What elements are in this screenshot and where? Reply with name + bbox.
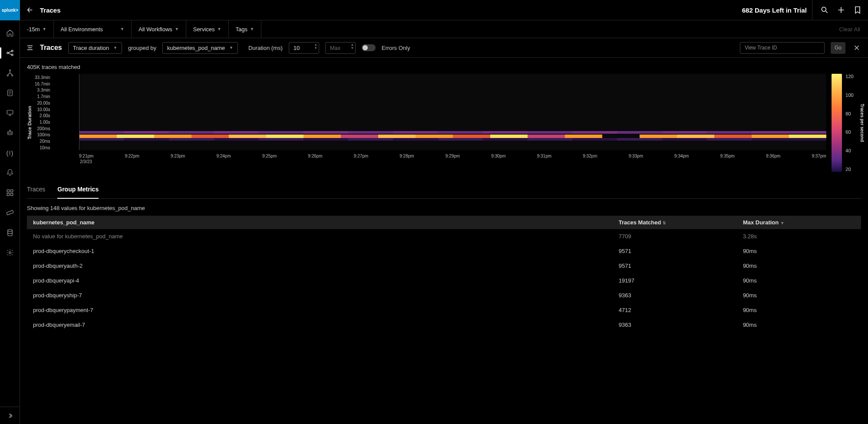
nav-expand[interactable] (0, 407, 20, 424)
nav-dashboards[interactable] (0, 184, 20, 201)
trial-text: 682 Days Left in Trial (742, 0, 812, 20)
cell-duration: 3.28s (737, 229, 861, 244)
list-icon-button[interactable] (26, 44, 34, 52)
tags-filter-label: Tags (236, 26, 248, 33)
caret-down-icon: ▼ (250, 27, 254, 31)
svg-rect-12 (11, 190, 13, 192)
document-icon (6, 89, 14, 97)
trace-id-input[interactable] (740, 42, 825, 54)
svg-point-4 (7, 75, 8, 76)
duration-label: Duration (ms) (248, 45, 283, 51)
showing-text: Showing 148 values for kubernetes_pod_na… (27, 205, 861, 211)
stepper-up-icon[interactable]: ▲ (351, 43, 354, 46)
trace-duration-dropdown[interactable]: Trace duration▼ (68, 42, 122, 54)
close-button[interactable] (851, 44, 862, 51)
nav-metrics[interactable] (0, 204, 20, 221)
nav-alerts[interactable] (0, 164, 20, 181)
search-icon (820, 6, 829, 14)
nav-rum[interactable] (0, 105, 20, 121)
tags-filter[interactable]: Tags▼ (229, 20, 261, 38)
svg-point-3 (10, 70, 11, 71)
robot-icon (6, 129, 14, 137)
services-filter[interactable]: Services▼ (186, 20, 229, 38)
nav-home[interactable] (0, 25, 20, 41)
cell-duration: 90ms (737, 244, 861, 259)
table-row[interactable]: No value for kubernetes_pod_name77093.28… (27, 229, 861, 244)
cell-matched: 9571 (613, 259, 737, 273)
cell-duration: 90ms (737, 303, 861, 318)
alert-icon: (!) (6, 149, 13, 157)
chart-yticks: 33.3min16.7min3.3min1.7min20.00s10.00s2.… (35, 74, 50, 150)
gear-icon (6, 249, 14, 256)
colorbar (832, 74, 842, 172)
cell-duration: 90ms (737, 273, 861, 288)
cell-name: prod-dbqueryapi-4 (27, 273, 613, 288)
svg-point-16 (8, 230, 13, 232)
svg-rect-7 (7, 110, 13, 114)
time-filter[interactable]: -15m▼ (20, 20, 54, 38)
table-row[interactable]: prod-dbqueryauth-2957190ms (27, 259, 861, 273)
workflows-filter-label: All Workflows (139, 26, 172, 33)
tab-traces[interactable]: Traces (27, 182, 45, 198)
cell-name: prod-dbqueryship-7 (27, 288, 613, 303)
svg-point-18 (822, 7, 826, 11)
table-row[interactable]: prod-dbqueryapi-41919790ms (27, 273, 861, 288)
add-button[interactable] (837, 6, 845, 14)
nav-apm[interactable] (0, 45, 20, 61)
logo[interactable]: splunk> (0, 0, 20, 20)
workflows-filter[interactable]: All Workflows▼ (132, 20, 186, 38)
th-matched[interactable]: Traces Matched⇅ (613, 216, 737, 229)
errors-only-label: Errors Only (382, 45, 410, 51)
nav-settings[interactable] (0, 244, 20, 261)
time-filter-label: -15m (27, 26, 40, 33)
table-row[interactable]: prod-dbqueryemail-7936390ms (27, 318, 861, 332)
chart-ylabel: Trace Duration (27, 106, 32, 139)
hierarchy-icon (6, 69, 14, 77)
search-button[interactable] (820, 6, 829, 14)
match-count: 405K traces matched (27, 64, 861, 70)
chevron-right-icon (7, 412, 13, 419)
group-field-dropdown[interactable]: kubernetes_pod_name▼ (162, 42, 238, 54)
caret-down-icon: ▼ (113, 46, 117, 50)
table-row[interactable]: prod-dbquerypayment-7471290ms (27, 303, 861, 318)
th-duration[interactable]: Max Duration▼ (737, 216, 861, 229)
nav-logs[interactable] (0, 85, 20, 101)
svg-rect-8 (8, 131, 13, 135)
stepper-down-icon[interactable]: ▼ (314, 46, 317, 49)
env-filter-label: All Environments (61, 26, 103, 33)
go-button[interactable]: Go (831, 42, 845, 54)
page-title: Traces (40, 7, 61, 14)
caret-down-icon: ▼ (120, 27, 124, 31)
stepper-down-icon[interactable]: ▼ (351, 46, 354, 49)
cell-duration: 90ms (737, 259, 861, 273)
nav-incidents[interactable]: (!) (0, 145, 20, 161)
caret-down-icon: ▼ (43, 27, 46, 31)
list-icon (26, 44, 34, 52)
stepper-up-icon[interactable]: ▲ (314, 43, 317, 46)
results-table: kubernetes_pod_name Traces Matched⇅ Max … (27, 216, 861, 332)
nav-synthetics[interactable] (0, 125, 20, 141)
bookmark-button[interactable] (853, 6, 862, 14)
table-row[interactable]: prod-dbqueryship-7936390ms (27, 288, 861, 303)
caret-down-icon: ▼ (229, 46, 233, 50)
tabs: Traces Group Metrics (27, 182, 861, 199)
svg-point-5 (12, 75, 13, 76)
heatmap-area[interactable] (79, 74, 826, 150)
cell-matched: 7709 (613, 229, 737, 244)
clear-all-button[interactable]: Clear All (832, 20, 868, 38)
back-button[interactable] (26, 6, 34, 14)
table-row[interactable]: prod-dbquerycheckout-1957190ms (27, 244, 861, 259)
arrow-left-icon (26, 6, 34, 14)
controls-row: Traces Trace duration▼ grouped by kubern… (20, 38, 868, 58)
cell-name: No value for kubernetes_pod_name (27, 229, 613, 244)
nav-infra[interactable] (0, 65, 20, 81)
errors-only-toggle[interactable] (362, 44, 376, 51)
nav-data[interactable] (0, 224, 20, 241)
colorbar-ticks: 12010080604020 (845, 74, 853, 172)
traces-heading: Traces (40, 44, 62, 52)
tab-group-metrics[interactable]: Group Metrics (57, 182, 99, 199)
close-icon (853, 44, 860, 51)
env-filter[interactable]: All Environments▼ (54, 20, 132, 38)
th-name[interactable]: kubernetes_pod_name (27, 216, 613, 229)
ruler-icon (6, 209, 14, 217)
